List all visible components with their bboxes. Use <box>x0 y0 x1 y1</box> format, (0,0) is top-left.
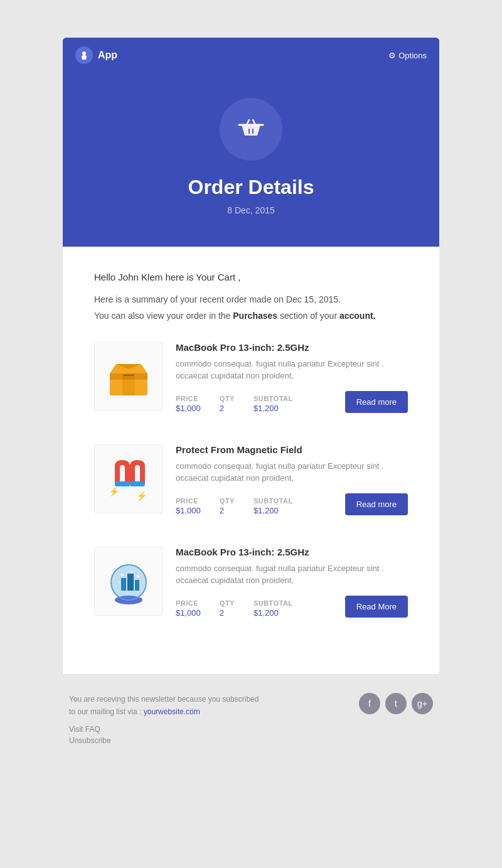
price-value-2: $1,000 <box>176 506 201 515</box>
subtotal-group-3: SUBTOTAL $1,200 <box>254 599 293 618</box>
options-label: Options <box>398 51 427 60</box>
product-name-2: Protect From Magnetic Field <box>176 444 408 455</box>
product-desc-3: commodo consequat. fugiat nulla pariatur… <box>176 562 408 587</box>
summary-line2: You can also view your order in the Purc… <box>94 309 408 323</box>
product-name-3: MacBook Pro 13-inch: 2.5GHz <box>176 547 408 557</box>
app-logo-icon <box>75 46 93 64</box>
svg-point-21 <box>119 581 120 583</box>
svg-rect-17 <box>135 580 139 591</box>
summary-middle: section of your <box>277 311 339 321</box>
hero-icon-circle <box>220 98 282 161</box>
svg-rect-16 <box>127 574 134 591</box>
svg-rect-8 <box>115 481 130 486</box>
price-group-1: PRICE $1,000 <box>176 395 201 413</box>
product-info-1: MacBook Pro 13-inch: 2.5GHz commodo cons… <box>176 342 408 413</box>
svg-text:⚡: ⚡ <box>109 486 120 497</box>
products-list: MacBook Pro 13-inch: 2.5GHz commodo cons… <box>94 342 408 630</box>
price-label-3: PRICE <box>176 599 201 607</box>
qty-group-3: QTY 2 <box>220 599 235 618</box>
email-wrapper: App ⚙ Options Order Details 8 Dec <box>63 38 439 843</box>
read-more-button-3[interactable]: Read More <box>345 596 408 618</box>
newsletter-text: You are receving this newsletter because… <box>69 693 259 719</box>
subtotal-group-1: SUBTOTAL $1,200 <box>254 395 293 413</box>
basket-icon <box>235 114 267 145</box>
price-group-2: PRICE $1,000 <box>176 497 201 515</box>
qty-label-2: QTY <box>220 497 235 505</box>
product-item: MacBook Pro 13-inch: 2.5GHz commodo cons… <box>94 342 408 426</box>
product-image-1 <box>94 342 163 411</box>
social-icons: f t g+ <box>359 693 433 714</box>
product-item-2: ⚡ ⚡ Protect From Magnetic Field commodo … <box>94 444 408 528</box>
hero-title: Order Details <box>188 176 314 199</box>
footer-left: You are receving this newsletter because… <box>69 693 259 747</box>
visit-faq-link[interactable]: Visit FAQ <box>69 725 259 734</box>
subtotal-value-3: $1,200 <box>254 608 293 618</box>
email-header: App ⚙ Options Order Details 8 Dec <box>63 38 439 247</box>
read-more-button-2[interactable]: Read more <box>345 493 408 515</box>
google-icon[interactable]: g+ <box>412 693 433 714</box>
twitter-icon[interactable]: t <box>385 693 407 714</box>
svg-text:⚡: ⚡ <box>136 491 147 501</box>
price-label-2: PRICE <box>176 497 201 505</box>
svg-rect-15 <box>121 578 126 591</box>
svg-rect-6 <box>122 373 135 380</box>
unsubscribe-link[interactable]: Unsubscribe <box>69 736 259 745</box>
qty-label-3: QTY <box>220 599 235 607</box>
subtotal-value-1: $1,200 <box>254 404 293 413</box>
app-name: App <box>98 50 117 61</box>
subtotal-label-2: SUBTOTAL <box>254 497 293 505</box>
subtotal-label-1: SUBTOTAL <box>254 395 293 402</box>
qty-value-2: 2 <box>220 506 235 515</box>
email-topbar: App ⚙ Options <box>63 38 439 73</box>
subtotal-label-3: SUBTOTAL <box>254 599 293 607</box>
qty-label-1: QTY <box>220 395 235 402</box>
product-meta-3: PRICE $1,000 QTY 2 SUBTOTAL $1,200 Read … <box>176 596 408 618</box>
product-meta-2: PRICE $1,000 QTY 2 SUBTOTAL $1,200 Read … <box>176 493 408 515</box>
product-desc-1: commodo consequat. fugiat nulla pariatur… <box>176 358 408 382</box>
qty-value-3: 2 <box>220 608 235 618</box>
product-desc-2: commodo consequat. fugiat nulla pariatur… <box>176 460 408 485</box>
product-info-3: MacBook Pro 13-inch: 2.5GHz commodo cons… <box>176 547 408 618</box>
qty-value-1: 2 <box>220 404 235 413</box>
price-value-1: $1,000 <box>176 404 201 413</box>
summary-line1: Here is a summary of your recent order m… <box>94 292 408 306</box>
product-image-2: ⚡ ⚡ <box>94 444 163 513</box>
app-logo: App <box>75 46 117 64</box>
website-link[interactable]: yourwebsite.com <box>144 707 200 716</box>
qty-group-2: QTY 2 <box>220 497 235 515</box>
price-group-3: PRICE $1,000 <box>176 599 201 618</box>
price-label-1: PRICE <box>176 395 201 402</box>
svg-point-19 <box>131 571 133 572</box>
facebook-icon[interactable]: f <box>359 693 380 714</box>
product-meta-1: PRICE $1,000 QTY 2 SUBTOTAL $1,200 Read … <box>176 391 408 413</box>
subtotal-group-2: SUBTOTAL $1,200 <box>254 497 293 515</box>
account-link[interactable]: account. <box>339 311 376 321</box>
svg-point-20 <box>137 575 139 577</box>
product-image-3 <box>94 547 163 616</box>
price-value-3: $1,000 <box>176 608 201 618</box>
email-footer: You are receving this newsletter because… <box>63 674 439 766</box>
purchases-link[interactable]: Purchases <box>233 311 277 321</box>
summary-prefix: You can also view your order in the <box>94 311 233 321</box>
product-item-3: MacBook Pro 13-inch: 2.5GHz commodo cons… <box>94 547 408 630</box>
options-button[interactable]: ⚙ Options <box>388 51 427 60</box>
read-more-button-1[interactable]: Read more <box>345 391 408 413</box>
svg-point-18 <box>121 574 124 576</box>
svg-point-0 <box>82 51 86 55</box>
gear-icon: ⚙ <box>388 51 396 60</box>
product-name-1: MacBook Pro 13-inch: 2.5GHz <box>176 342 408 353</box>
email-body: Hello John Klem here is Your Cart , Here… <box>63 247 439 674</box>
hero-date: 8 Dec, 2015 <box>227 205 275 215</box>
product-info-2: Protect From Magnetic Field commodo cons… <box>176 444 408 515</box>
qty-group-1: QTY 2 <box>220 395 235 413</box>
email-hero: Order Details 8 Dec, 2015 <box>63 73 439 247</box>
footer-links: Visit FAQ Unsubscribe <box>69 725 259 745</box>
svg-rect-9 <box>130 481 145 486</box>
greeting-text: Hello John Klem here is Your Cart , <box>94 272 408 282</box>
subtotal-value-2: $1,200 <box>254 506 293 515</box>
